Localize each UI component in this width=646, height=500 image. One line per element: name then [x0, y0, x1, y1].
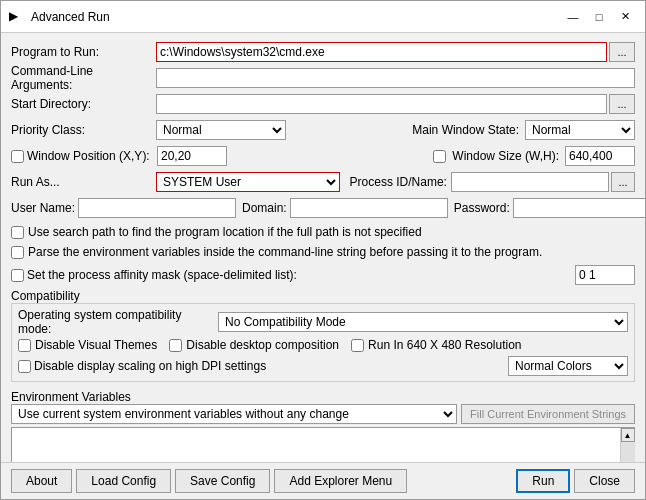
title-bar: ▶ Advanced Run — □ ✕ [1, 1, 645, 33]
compat-os-select[interactable]: No Compatibility Mode Windows XP Windows… [218, 312, 628, 332]
domain-input[interactable] [290, 198, 448, 218]
compat-dpi-label: Disable display scaling on high DPI sett… [34, 359, 508, 373]
program-input[interactable] [156, 42, 607, 62]
check1-checkbox[interactable] [11, 226, 24, 239]
cmdargs-input[interactable] [156, 68, 635, 88]
scroll-up-button[interactable]: ▲ [621, 428, 635, 442]
compat-check2[interactable] [169, 339, 182, 352]
app-icon: ▶ [9, 9, 25, 25]
compat-check3-item: Run In 640 X 480 Resolution [351, 338, 521, 352]
username-field: User Name: [11, 198, 236, 218]
runas-label: Run As... [11, 175, 156, 189]
env-section-label: Environment Variables [11, 390, 131, 404]
pid-label: Process ID/Name: [340, 175, 451, 189]
program-row: Program to Run: ... [11, 41, 635, 63]
compat-check1-label: Disable Visual Themes [35, 338, 157, 352]
compat-check2-label: Disable desktop composition [186, 338, 339, 352]
title-bar-buttons: — □ ✕ [561, 6, 637, 28]
close-button[interactable]: Close [574, 469, 635, 493]
affinity-label: Set the process affinity mask (space-del… [27, 268, 575, 282]
winpos-label: Window Position (X,Y): [27, 149, 157, 163]
compat-os-label: Operating system compatibility mode: [18, 308, 218, 336]
domain-label: Domain: [242, 201, 287, 215]
winsize-input[interactable] [565, 146, 635, 166]
env-dropdown[interactable]: Use current system environment variables… [11, 404, 457, 424]
affinity-checkbox[interactable] [11, 269, 24, 282]
runas-pid-row: Run As... SYSTEM User Current User Speci… [11, 171, 635, 193]
compat-dpi-row: Disable display scaling on high DPI sett… [18, 355, 628, 377]
check2-row: Parse the environment variables inside t… [11, 245, 635, 259]
domain-field: Domain: [242, 198, 448, 218]
program-browse-button[interactable]: ... [609, 42, 635, 62]
mainwindow-label: Main Window State: [412, 123, 519, 137]
advanced-run-window: ▶ Advanced Run — □ ✕ Program to Run: ...… [0, 0, 646, 500]
startdir-input[interactable] [156, 94, 607, 114]
about-button[interactable]: About [11, 469, 72, 493]
check2-label: Parse the environment variables inside t… [28, 245, 542, 259]
fill-env-button[interactable]: Fill Current Environment Strings [461, 404, 635, 424]
cmdargs-row: Command-Line Arguments: [11, 67, 635, 89]
compat-dpi-checkbox[interactable] [18, 360, 31, 373]
password-label: Password: [454, 201, 510, 215]
password-input[interactable] [513, 198, 645, 218]
check2-checkbox[interactable] [11, 246, 24, 259]
winsize-checkbox[interactable] [433, 150, 446, 163]
compat-check3-label: Run In 640 X 480 Resolution [368, 338, 521, 352]
maximize-button[interactable]: □ [587, 6, 611, 28]
compat-section-label: Compatibility [11, 289, 80, 303]
pid-input[interactable] [451, 172, 609, 192]
env-row: Use current system environment variables… [11, 404, 635, 424]
compat-box: Operating system compatibility mode: No … [11, 303, 635, 382]
affinity-row: Set the process affinity mask (space-del… [11, 265, 635, 285]
env-scrollbar: ▲ ▼ [620, 428, 634, 462]
startdir-row: Start Directory: ... [11, 93, 635, 115]
add-explorer-button[interactable]: Add Explorer Menu [274, 469, 407, 493]
password-field: Password: [454, 198, 645, 218]
priority-select[interactable]: Normal Idle High [156, 120, 286, 140]
compat-checks: Disable Visual Themes Disable desktop co… [18, 338, 628, 352]
priority-mainwindow-row: Priority Class: Normal Idle High Main Wi… [11, 119, 635, 141]
startdir-label: Start Directory: [11, 97, 156, 111]
affinity-input[interactable] [575, 265, 635, 285]
bottom-bar: About Load Config Save Config Add Explor… [1, 462, 645, 499]
colors-select[interactable]: Normal Colors 256 Colors [508, 356, 628, 376]
priority-label: Priority Class: [11, 123, 156, 137]
cmdargs-label: Command-Line Arguments: [11, 64, 156, 92]
winsize-label: Window Size (W,H): [452, 149, 559, 163]
compat-check2-item: Disable desktop composition [169, 338, 339, 352]
username-label: User Name: [11, 201, 75, 215]
startdir-browse-button[interactable]: ... [609, 94, 635, 114]
username-input[interactable] [78, 198, 236, 218]
window-title: Advanced Run [31, 10, 561, 24]
winpos-input[interactable] [157, 146, 227, 166]
program-label: Program to Run: [11, 45, 156, 59]
compat-check1[interactable] [18, 339, 31, 352]
run-button[interactable]: Run [516, 469, 570, 493]
runas-select[interactable]: SYSTEM User Current User Specific User [156, 172, 340, 192]
load-config-button[interactable]: Load Config [76, 469, 171, 493]
close-window-button[interactable]: ✕ [613, 6, 637, 28]
pid-browse-button[interactable]: ... [611, 172, 635, 192]
check1-row: Use search path to find the program loca… [11, 225, 635, 239]
winpos-winsize-row: Window Position (X,Y): Window Size (W,H)… [11, 145, 635, 167]
save-config-button[interactable]: Save Config [175, 469, 270, 493]
minimize-button[interactable]: — [561, 6, 585, 28]
user-domain-password-row: User Name: Domain: Password: [11, 197, 635, 219]
compat-check3[interactable] [351, 339, 364, 352]
mainwindow-select[interactable]: Normal Minimized Maximized [525, 120, 635, 140]
scroll-track [621, 442, 635, 462]
main-content: Program to Run: ... Command-Line Argumen… [1, 33, 645, 462]
winpos-checkbox[interactable] [11, 150, 24, 163]
compat-check1-item: Disable Visual Themes [18, 338, 157, 352]
compat-section: Compatibility Operating system compatibi… [11, 289, 635, 382]
env-section: Environment Variables Use current system… [11, 390, 635, 462]
check1-label: Use search path to find the program loca… [28, 225, 422, 239]
compat-os-row: Operating system compatibility mode: No … [18, 308, 628, 336]
env-textarea: ▲ ▼ [11, 427, 635, 462]
